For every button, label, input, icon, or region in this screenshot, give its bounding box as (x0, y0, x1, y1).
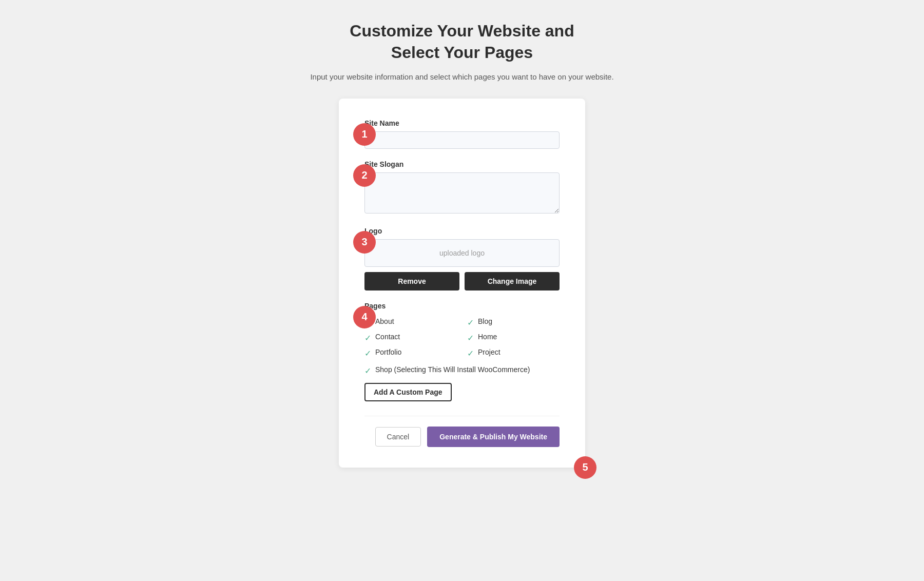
step-1-badge: 1 (353, 123, 376, 146)
logo-preview: uploaded logo (364, 239, 560, 267)
page-home-label: Home (478, 333, 497, 341)
form-outer-wrapper: 1 Site Name 2 Site Slogan 3 Logo uploade… (339, 99, 585, 468)
check-icon: ✓ (467, 333, 474, 343)
page-project-label: Project (478, 348, 500, 356)
list-item[interactable]: ✓ Contact (364, 333, 457, 343)
page-header: Customize Your Website and Select Your P… (310, 21, 613, 83)
check-icon: ✓ (364, 366, 371, 376)
page-about-label: About (375, 317, 394, 325)
site-name-input[interactable] (364, 131, 560, 149)
list-item[interactable]: ✓ Project (467, 348, 560, 358)
cancel-button[interactable]: Cancel (375, 427, 421, 447)
page-blog-label: Blog (478, 317, 492, 325)
generate-publish-button[interactable]: Generate & Publish My Website (427, 427, 560, 447)
logo-buttons: Remove Change Image (364, 272, 560, 290)
site-slogan-section: 2 Site Slogan (364, 160, 560, 216)
site-slogan-input[interactable] (364, 172, 560, 214)
step-2-badge: 2 (353, 164, 376, 187)
page-title: Customize Your Website and Select Your P… (310, 21, 613, 63)
change-image-button[interactable]: Change Image (465, 272, 560, 290)
pages-section: 4 Pages ✓ About ✓ Blog ✓ Contact ✓ (364, 302, 560, 401)
list-item[interactable]: ✓ Blog (467, 317, 560, 327)
page-contact-label: Contact (375, 333, 400, 341)
pages-label: Pages (364, 302, 560, 310)
step-4-badge: 4 (353, 306, 376, 328)
step-3-badge: 3 (353, 231, 376, 254)
site-name-section: 1 Site Name (364, 119, 560, 149)
step-5-badge: 5 (574, 456, 596, 479)
logo-preview-text: uploaded logo (439, 249, 485, 257)
check-icon: ✓ (467, 318, 474, 327)
check-icon: ✓ (364, 348, 371, 358)
form-footer: Cancel Generate & Publish My Website (364, 416, 560, 447)
list-item[interactable]: ✓ About (364, 317, 457, 327)
page-subtitle: Input your website information and selec… (310, 71, 613, 83)
remove-button[interactable]: Remove (364, 272, 459, 290)
check-icon: ✓ (467, 348, 474, 358)
site-name-label: Site Name (364, 119, 560, 127)
list-item[interactable]: ✓ Home (467, 333, 560, 343)
logo-label: Logo (364, 227, 560, 235)
add-custom-page-button[interactable]: Add A Custom Page (364, 383, 452, 401)
page-shop-label: Shop (Selecting This Will Install WooCom… (375, 365, 530, 374)
logo-section: 3 Logo uploaded logo Remove Change Image (364, 227, 560, 290)
site-slogan-label: Site Slogan (364, 160, 560, 168)
page-portfolio-label: Portfolio (375, 348, 401, 356)
check-icon: ✓ (364, 333, 371, 343)
list-item[interactable]: ✓ Portfolio (364, 348, 457, 358)
pages-grid: ✓ About ✓ Blog ✓ Contact ✓ Home ✓ (364, 317, 560, 358)
list-item[interactable]: ✓ Shop (Selecting This Will Install WooC… (364, 365, 560, 376)
form-card: 1 Site Name 2 Site Slogan 3 Logo uploade… (339, 99, 585, 468)
